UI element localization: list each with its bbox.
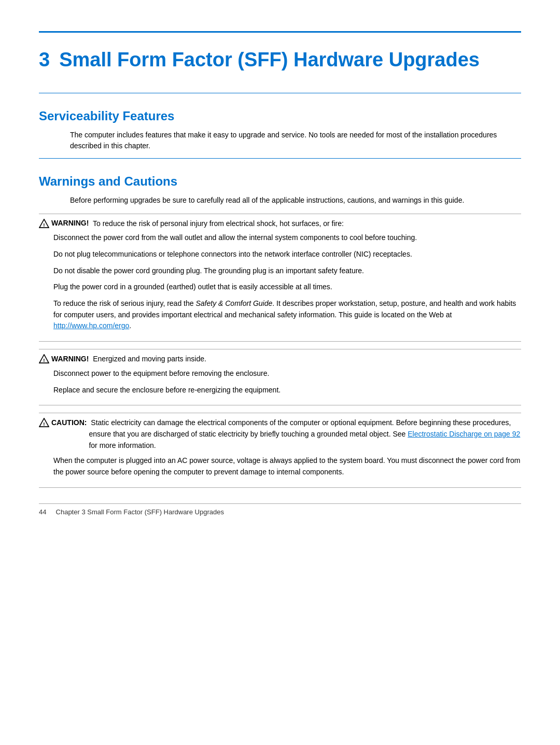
top-border <box>39 31 521 33</box>
footer-page-number: 44 <box>39 508 46 516</box>
svg-text:!: ! <box>43 222 45 228</box>
footer-chapter-ref: Chapter 3 Small Form Factor (SFF) Hardwa… <box>56 508 224 516</box>
warning1-label: WARNING! <box>51 219 89 227</box>
section1-body: The computer includes features that make… <box>70 130 521 152</box>
warning2-item1: Disconnect power to the equipment before… <box>53 368 521 379</box>
warning2-item2: Replace and secure the enclosure before … <box>53 385 521 396</box>
page-container: 3 Small Form Factor (SFF) Hardware Upgra… <box>0 0 560 537</box>
section2-heading: Warnings and Cautions <box>39 174 521 189</box>
warning1-item3: Do not disable the power cord grounding … <box>53 265 521 277</box>
warning-triangle-icon-1: ! <box>39 219 49 228</box>
caution-block-1: ! CAUTION: Static electricity can damage… <box>39 413 521 487</box>
svg-text:!: ! <box>43 357 45 363</box>
chapter-number: 3 <box>39 48 50 72</box>
section-serviceability: Serviceability Features The computer inc… <box>39 93 521 152</box>
warning1-icon-area: ! WARNING! <box>39 218 89 228</box>
caution1-body2: When the computer is plugged into an AC … <box>53 455 521 477</box>
warning1-ergo-link[interactable]: http://www.hp.com/ergo <box>53 321 129 330</box>
warning2-header-text: Energized and moving parts inside. <box>91 354 206 365</box>
caution1-header-text: Static electricity can damage the electr… <box>89 417 521 451</box>
warning2-header-row: ! WARNING! Energized and moving parts in… <box>39 354 521 365</box>
warning1-item1: Disconnect the power cord from the wall … <box>53 232 521 244</box>
section-warnings: Warnings and Cautions Before performing … <box>39 158 521 488</box>
chapter-header: 3 Small Form Factor (SFF) Hardware Upgra… <box>39 48 521 72</box>
warning1-header-text: To reduce the risk of personal injury fr… <box>91 218 344 230</box>
section2-intro: Before performing upgrades be sure to ca… <box>70 195 521 206</box>
warning2-body: Disconnect power to the equipment before… <box>53 368 521 396</box>
caution1-body: When the computer is plugged into an AC … <box>53 455 521 477</box>
caution1-discharge-link[interactable]: Electrostatic Discharge on page 92 <box>408 430 520 438</box>
warning-block-1: ! WARNING! To reduce the risk of persona… <box>39 214 521 342</box>
section2-divider <box>39 158 521 159</box>
warning2-label: WARNING! <box>51 355 89 363</box>
warning2-icon-area: ! WARNING! <box>39 354 89 363</box>
warning1-item4: Plug the power cord in a grounded (earth… <box>53 282 521 293</box>
warning1-item5: To reduce the risk of serious injury, re… <box>53 298 521 332</box>
warning-triangle-icon-2: ! <box>39 354 49 363</box>
warning-block-2: ! WARNING! Energized and moving parts in… <box>39 349 521 405</box>
page-footer: 44 Chapter 3 Small Form Factor (SFF) Har… <box>39 503 521 516</box>
caution1-header-row: ! CAUTION: Static electricity can damage… <box>39 417 521 451</box>
svg-text:!: ! <box>43 421 45 427</box>
warning1-item2: Do not plug telecommunications or teleph… <box>53 249 521 260</box>
section1-divider <box>39 93 521 93</box>
warning1-body: Disconnect the power cord from the wall … <box>53 232 521 332</box>
section1-heading: Serviceability Features <box>39 109 521 123</box>
caution-triangle-icon-1: ! <box>39 418 49 427</box>
caution1-label: CAUTION: <box>51 418 87 427</box>
warning1-header-row: ! WARNING! To reduce the risk of persona… <box>39 218 521 230</box>
caution1-icon-area: ! CAUTION: <box>39 417 87 427</box>
chapter-title: Small Form Factor (SFF) Hardware Upgrade… <box>59 48 480 72</box>
